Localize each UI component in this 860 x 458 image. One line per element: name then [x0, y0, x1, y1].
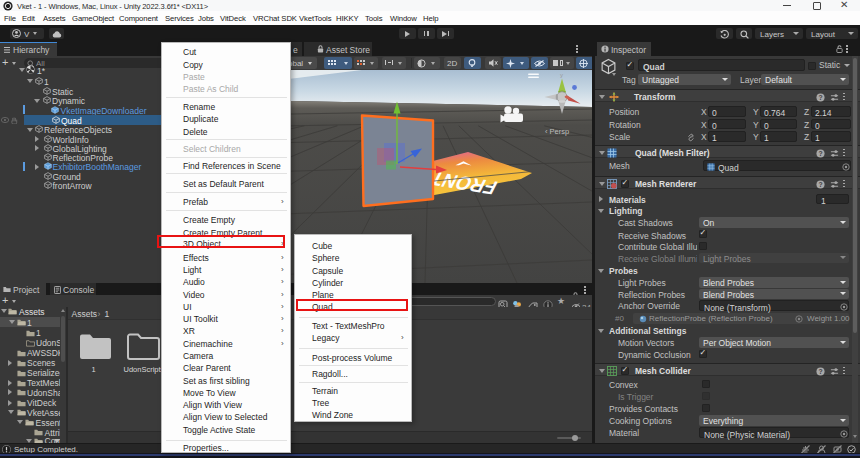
svg-text:‹ Persp: ‹ Persp	[545, 127, 569, 136]
svg-text:?: ?	[819, 180, 823, 187]
svg-text:?: ?	[819, 367, 823, 374]
svg-text:?: ?	[819, 149, 823, 156]
svg-text:y: y	[560, 72, 563, 78]
svg-text:?: ?	[819, 93, 823, 100]
